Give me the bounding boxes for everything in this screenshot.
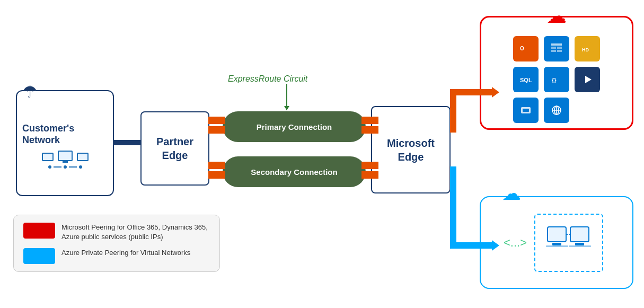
blue-arrow-head [492,240,499,251]
table-icon [544,36,569,61]
svg-text:<...>: <...> [504,236,527,249]
expressroute-arrow [286,84,287,110]
legend-color-blue [23,248,55,264]
horiz-orange-to-cloud [454,89,494,95]
legend-box: Microsoft Peering for Office 365, Dynami… [13,215,220,272]
office-icon: O [513,36,539,61]
svg-rect-28 [546,245,568,247]
hadoop-icon: HD [575,36,600,61]
svg-rect-6 [557,47,562,49]
network-icon-group [42,151,89,169]
legend-item-blue: Azure Private Peering for Virtual Networ… [23,248,210,264]
main-monitor-icon [58,151,73,161]
svg-text:HD: HD [582,47,589,52]
svg-rect-5 [551,47,556,49]
globe-icon [544,98,569,123]
orange-arrow-head [492,87,499,98]
legend-item-red: Microsoft Peering for Office 365, Dynami… [23,223,210,242]
svg-rect-29 [570,227,589,242]
svg-rect-19 [523,109,529,112]
legend-color-red [23,223,55,239]
svg-rect-8 [557,50,562,52]
svg-rect-27 [552,243,561,245]
ms-services-grid: O HD SQL {} [505,28,608,131]
legend-text-red: Microsoft Peering for Office 365, Dynami… [61,223,210,242]
svg-text:{}: {} [552,77,557,83]
legend-text-blue: Azure Private Peering for Virtual Networ… [61,248,190,258]
stripe-right-primary-bot [361,126,378,134]
horiz-blue-to-cloud [454,242,494,249]
azure-private-cloud-box: ☁ <...> [480,196,633,289]
small-monitor-icon [42,153,54,161]
microsoft-edge-box: Microsoft Edge [371,106,451,193]
partner-edge-box: Partner Edge [140,111,209,186]
small-monitor-icon2 [77,153,89,161]
svg-rect-31 [569,245,591,247]
storage-icon [513,98,539,123]
stripe-partner-secondary-top [208,162,225,169]
vert-orange-up [450,106,456,133]
ms-cloud-red-icon: ☁ [546,4,567,28]
sql-icon: SQL [513,67,539,92]
customer-network-box: ☂ Customer's Network [16,90,114,196]
svg-rect-7 [551,50,556,52]
network-dots [48,165,82,169]
primary-connection-pill: Primary Connection [223,111,366,142]
stripe-partner-primary-bot [208,126,225,134]
diagram-container: ☂ Customer's Network Partner Edge [0,0,644,308]
microsoft-edge-label: Microsoft Edge [387,136,435,164]
vnet-dashed-box [534,214,603,272]
expressroute-circuit-label: ExpressRoute Circuit [228,74,307,84]
azure-cloud-icon: ☁ [502,182,521,205]
stripe-right-secondary-top [361,162,378,169]
stripe-right-secondary-bot [361,171,378,179]
vert-blue-down [450,166,456,249]
partner-edge-label: Partner Edge [156,135,193,162]
svg-text:SQL: SQL [520,77,532,83]
customer-network-label: Customer's Network [22,123,74,146]
secondary-connection-pill: Secondary Connection [223,156,366,187]
secondary-connection-label: Secondary Connection [251,168,337,177]
svg-rect-26 [548,227,566,242]
media-icon [575,67,600,92]
customer-cloud-icon: ☂ [22,82,38,102]
connector-customer-to-partner [114,140,142,145]
primary-connection-label: Primary Connection [257,122,332,131]
vnet-dots-icon: <...> [502,235,529,251]
microsoft-cloud-box: ☁ O HD SQL {} [480,16,633,130]
stripe-right-primary-top [361,117,378,124]
svg-rect-30 [575,243,584,245]
stripe-partner-primary-top [208,117,225,124]
svg-text:O: O [520,46,524,51]
stripe-partner-secondary-bot [208,171,225,179]
svg-rect-4 [551,43,562,46]
json-icon: {} [544,67,569,92]
